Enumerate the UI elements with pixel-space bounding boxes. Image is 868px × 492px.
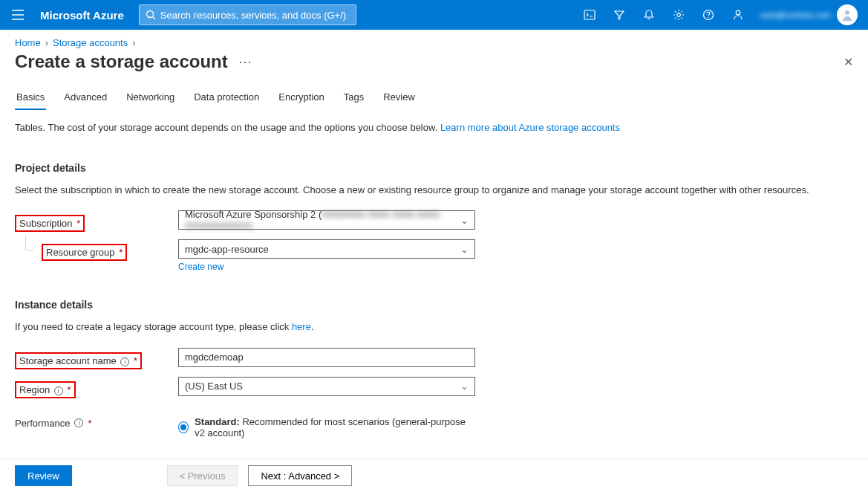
- tab-networking[interactable]: Networking: [125, 84, 176, 110]
- cloud-shell-icon[interactable]: [575, 0, 604, 30]
- info-icon[interactable]: i: [120, 357, 129, 366]
- svg-point-0: [146, 11, 153, 18]
- svg-point-4: [708, 17, 708, 18]
- account-area[interactable]: user@contoso.com: [753, 4, 861, 25]
- chevron-down-icon: ⌄: [460, 215, 469, 226]
- settings-icon[interactable]: [664, 0, 694, 30]
- subscription-select[interactable]: Microsoft Azure Sponsorship 2 (00000000-…: [178, 210, 475, 230]
- review-button[interactable]: Review: [15, 465, 72, 486]
- footer-bar: Review < Previous Next : Advanced >: [0, 459, 868, 492]
- svg-point-6: [845, 10, 849, 15]
- info-icon[interactable]: i: [54, 386, 63, 395]
- title-row: Create a storage account ⋯ ✕: [0, 51, 868, 84]
- search-box[interactable]: [139, 4, 357, 25]
- instance-details-heading: Instance details: [15, 299, 853, 311]
- storage-account-name-label: Storage account name i *: [15, 348, 178, 369]
- tabs: Basics Advanced Networking Data protecti…: [0, 84, 868, 110]
- region-select[interactable]: (US) East US ⌄: [178, 377, 475, 396]
- learn-more-link[interactable]: Learn more about Azure storage accounts: [440, 122, 620, 133]
- resource-group-label: Resource group *: [15, 239, 178, 261]
- tab-tags[interactable]: Tags: [342, 84, 365, 110]
- tab-review[interactable]: Review: [382, 84, 417, 110]
- performance-label: Performance i *: [15, 413, 178, 429]
- tab-advanced[interactable]: Advanced: [62, 84, 108, 110]
- search-input[interactable]: [160, 10, 350, 21]
- account-label: user@contoso.com: [760, 10, 831, 19]
- storage-account-name-input[interactable]: mgdcdemoap: [178, 348, 475, 367]
- search-wrap: [139, 4, 357, 25]
- previous-button[interactable]: < Previous: [167, 465, 238, 486]
- avatar: [837, 4, 858, 25]
- help-icon[interactable]: [694, 0, 723, 30]
- chevron-right-icon: ›: [132, 37, 135, 48]
- next-button[interactable]: Next : Advanced >: [248, 465, 352, 486]
- more-actions-icon[interactable]: ⋯: [232, 54, 258, 70]
- resource-group-select[interactable]: mgdc-app-resource ⌄: [178, 239, 475, 259]
- tab-encryption[interactable]: Encryption: [277, 84, 325, 110]
- svg-point-2: [677, 13, 681, 17]
- top-header: Microsoft Azure user@contoso.com: [0, 0, 868, 30]
- breadcrumb: Home › Storage accounts ›: [0, 30, 868, 51]
- svg-point-5: [736, 10, 740, 15]
- page-title: Create a storage account: [15, 51, 228, 72]
- filter-icon[interactable]: [604, 0, 634, 30]
- breadcrumb-storage-accounts[interactable]: Storage accounts: [53, 37, 128, 48]
- project-details-desc: Select the subscription in which to crea…: [15, 183, 853, 198]
- subscription-label: Subscription *: [15, 210, 178, 232]
- instance-details-desc: If you need to create a legacy storage a…: [15, 320, 853, 334]
- feedback-icon[interactable]: [723, 0, 753, 30]
- search-icon: [146, 10, 156, 20]
- tab-basics[interactable]: Basics: [15, 84, 46, 110]
- chevron-down-icon: ⌄: [460, 244, 469, 255]
- main-content[interactable]: Tables. The cost of your storage account…: [0, 110, 868, 456]
- legacy-here-link[interactable]: here: [292, 321, 311, 332]
- info-icon[interactable]: i: [74, 418, 83, 427]
- project-details-heading: Project details: [15, 162, 853, 174]
- intro-text: Tables. The cost of your storage account…: [15, 120, 853, 135]
- breadcrumb-home[interactable]: Home: [15, 37, 41, 48]
- create-new-link[interactable]: Create new: [178, 262, 223, 272]
- chevron-right-icon: ›: [45, 37, 48, 48]
- tab-data-protection[interactable]: Data protection: [192, 84, 261, 110]
- performance-standard-radio[interactable]: Standard: Recommended for most scenarios…: [178, 413, 475, 438]
- close-icon[interactable]: ✕: [843, 55, 853, 69]
- chevron-down-icon: ⌄: [460, 381, 469, 392]
- region-label: Region i *: [15, 377, 178, 398]
- brand-label[interactable]: Microsoft Azure: [40, 9, 124, 22]
- notifications-icon[interactable]: [634, 0, 664, 30]
- svg-rect-1: [584, 10, 595, 19]
- header-icons: [575, 0, 753, 30]
- hamburger-icon[interactable]: [0, 0, 36, 30]
